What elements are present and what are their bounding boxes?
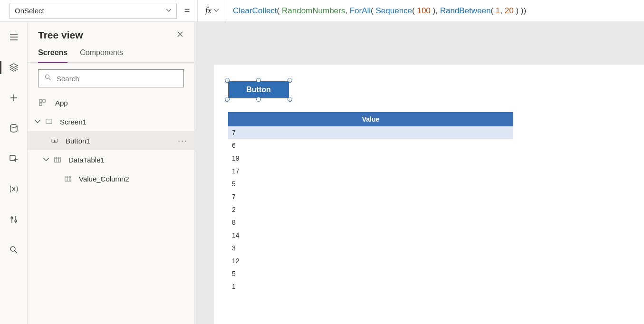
media-icon[interactable] [4, 149, 23, 168]
table-row[interactable]: 5 [228, 178, 513, 191]
svg-rect-9 [46, 119, 52, 124]
tree-view-icon[interactable] [4, 58, 23, 77]
data-icon[interactable] [4, 119, 23, 138]
node-label: Value_Column2 [79, 175, 129, 183]
svg-rect-8 [39, 103, 42, 105]
datatable-control[interactable]: Value 76191757281431251 [228, 112, 513, 293]
search-icon [44, 74, 52, 83]
tools-icon[interactable] [4, 210, 23, 229]
table-header[interactable]: Value [228, 112, 513, 126]
chevron-down-icon [166, 7, 172, 15]
equals-label: = [177, 0, 198, 21]
formula-token: RandomNumbers [282, 6, 345, 16]
formula-token: ( [371, 6, 375, 16]
property-dropdown-value: OnSelect [15, 7, 44, 15]
svg-point-5 [45, 75, 49, 78]
table-icon [53, 155, 62, 164]
table-row[interactable]: 17 [228, 165, 513, 178]
formula-token: ) )) [514, 6, 526, 16]
node-datatable1[interactable]: DataTable1 [28, 150, 194, 169]
formula-token: ClearCollect [233, 6, 277, 16]
table-row[interactable]: 19 [228, 152, 513, 165]
node-label: DataTable1 [68, 156, 105, 164]
formula-token: 1 [496, 6, 500, 16]
chevron-down-icon[interactable] [33, 117, 42, 126]
more-icon[interactable]: ··· [178, 136, 188, 146]
node-label: Screen1 [60, 118, 87, 126]
formula-token: RandBetween [440, 6, 491, 16]
svg-point-4 [10, 247, 15, 251]
formula-token: ( [490, 6, 495, 16]
tab-components[interactable]: Components [80, 46, 123, 62]
tree-nodes: App Screen1 Button1 ··· [28, 91, 194, 324]
table-row[interactable]: 8 [228, 216, 513, 229]
svg-rect-11 [55, 157, 60, 162]
table-row[interactable]: 12 [228, 255, 513, 267]
formula-token: Sequence [375, 6, 412, 16]
fx-button[interactable]: fx [198, 0, 227, 21]
formula-token: , [345, 6, 349, 16]
chevron-down-icon[interactable] [42, 155, 50, 164]
svg-rect-6 [39, 100, 42, 102]
table-row[interactable]: 6 [228, 139, 513, 152]
column-icon [64, 174, 72, 183]
svg-rect-7 [43, 100, 45, 102]
chevron-down-icon [213, 7, 219, 15]
hamburger-icon[interactable] [4, 28, 23, 47]
node-label: App [55, 99, 68, 107]
svg-point-0 [10, 124, 17, 127]
formula-token: 20 [505, 6, 514, 16]
tree-panel: Tree view Screens Components App [28, 22, 195, 324]
search-icon[interactable] [4, 240, 23, 259]
table-row[interactable]: 7 [228, 126, 513, 139]
formula-token: ForAll [350, 6, 371, 16]
table-row[interactable]: 2 [228, 203, 513, 216]
table-row[interactable]: 1 [228, 280, 513, 293]
main-area: Tree view Screens Components App [0, 22, 644, 324]
property-dropdown[interactable]: OnSelect [10, 3, 177, 19]
formula-bar: OnSelect = fx ClearCollect( RandomNumber… [0, 0, 644, 22]
svg-rect-12 [65, 176, 71, 181]
formula-token: ( [412, 6, 417, 16]
node-value-column[interactable]: Value_Column2 [28, 169, 194, 188]
canvas[interactable]: Button Value 76191757281431251 [214, 65, 644, 324]
node-label: Button1 [66, 137, 90, 145]
tree-title: Tree view [38, 29, 83, 41]
tree-tabs: Screens Components [28, 46, 194, 63]
formula-token: ( [277, 6, 282, 16]
tab-screens[interactable]: Screens [38, 46, 67, 63]
close-icon[interactable] [176, 30, 184, 40]
button-control[interactable]: Button [228, 81, 289, 98]
insert-icon[interactable] [4, 88, 23, 107]
formula-input[interactable]: ClearCollect( RandomNumbers, ForAll( Seq… [227, 0, 644, 21]
search-input[interactable] [38, 69, 184, 87]
button-control-label: Button [246, 86, 271, 94]
search-field[interactable] [57, 75, 178, 83]
svg-point-2 [11, 217, 13, 219]
table-row[interactable]: 14 [228, 229, 513, 242]
table-row[interactable]: 5 [228, 267, 513, 280]
svg-point-3 [15, 220, 17, 222]
fx-icon: fx [205, 6, 211, 16]
formula-token: , [500, 6, 504, 16]
variables-icon[interactable] [4, 180, 23, 199]
canvas-area: Button Value 76191757281431251 [195, 22, 644, 324]
node-screen1[interactable]: Screen1 [28, 112, 194, 131]
node-app[interactable]: App [28, 93, 194, 112]
screen-icon [45, 117, 53, 126]
button-icon [50, 136, 59, 145]
left-rail [0, 22, 28, 324]
formula-token: 100 [417, 6, 430, 16]
table-row[interactable]: 3 [228, 242, 513, 255]
node-button1[interactable]: Button1 ··· [28, 131, 194, 150]
app-icon [38, 98, 47, 107]
table-row[interactable]: 7 [228, 191, 513, 203]
formula-token: ), [431, 6, 440, 16]
